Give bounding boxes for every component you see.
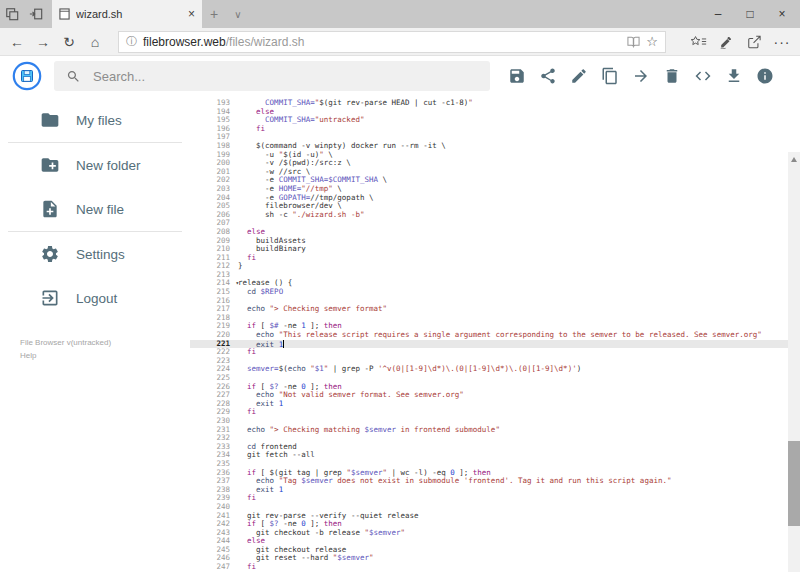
code-line[interactable]: 211 fi <box>190 254 800 263</box>
minimize-button[interactable]: – <box>702 0 734 28</box>
code-text: semver=$(echo "$1" | grep -P '^v(0|[1-9]… <box>232 365 581 374</box>
scrollbar-thumb[interactable] <box>788 441 800 526</box>
code-line[interactable]: 247 fi <box>190 563 800 572</box>
sidebar-item-label: Settings <box>76 247 125 262</box>
main-content: My files New folder New file Settings Lo… <box>0 96 800 572</box>
back-icon[interactable]: ← <box>4 30 30 54</box>
site-info-icon[interactable]: ⓘ <box>126 34 137 49</box>
code-editor[interactable]: 193 COMMIT_SHA="$(git rev-parse HEAD | c… <box>190 96 800 572</box>
fold-marker-icon[interactable]: ▾ <box>235 279 239 288</box>
code-text: fi <box>232 494 256 503</box>
code-text: fi <box>232 408 256 417</box>
tab-title: wizard.sh <box>76 8 182 20</box>
sidebar-item-my-files[interactable]: My files <box>0 98 190 142</box>
sidebar-item-label: My files <box>76 113 122 128</box>
set-tabs-aside-icon[interactable] <box>24 0 48 28</box>
code-button[interactable] <box>694 67 712 85</box>
info-button[interactable] <box>756 67 774 85</box>
move-button[interactable] <box>632 67 650 85</box>
sidebar-item-new-file[interactable]: New file <box>0 187 190 231</box>
reading-view-icon[interactable] <box>627 35 640 48</box>
code-line[interactable]: 212} <box>190 262 800 271</box>
page-icon <box>59 8 70 20</box>
file-toolbar <box>508 67 774 85</box>
maximize-button[interactable]: □ <box>734 0 766 28</box>
address-bar[interactable]: ⓘ filebrowser.web/files/wizard.sh ☆ <box>118 31 666 53</box>
code-text: fi <box>232 125 265 134</box>
help-link[interactable]: Help <box>20 349 111 362</box>
url-path: /files/wizard.sh <box>226 35 305 49</box>
nav-right-icons: ··· <box>684 30 796 54</box>
code-line[interactable]: 243 git checkout -b release "$semver" <box>190 529 800 538</box>
window-controls: – □ × <box>702 0 798 28</box>
code-text: echo "Tag $semver does not exist in subm… <box>232 477 671 486</box>
browser-tab-bar: wizard.sh × + ∨ – □ × <box>0 0 800 28</box>
edit-button[interactable] <box>570 67 588 85</box>
code-line[interactable]: 246 git reset --hard "$semver" <box>190 554 800 563</box>
sidebar-item-new-folder[interactable]: New folder <box>0 143 190 187</box>
favorite-star-icon[interactable]: ☆ <box>646 34 658 49</box>
code-line[interactable]: 195 COMMIT_SHA="untracked" <box>190 116 800 125</box>
sidebar: My files New folder New file Settings Lo… <box>0 96 190 572</box>
browser-tab[interactable]: wizard.sh × <box>52 0 202 28</box>
page-scrollbar[interactable] <box>788 152 800 572</box>
web-note-pen-icon[interactable] <box>712 30 740 54</box>
file-plus-icon <box>40 199 60 219</box>
code-line[interactable]: 207 <box>190 219 800 228</box>
save-button[interactable] <box>508 67 526 85</box>
code-line[interactable]: 193 COMMIT_SHA="$(git rev-parse HEAD | c… <box>190 99 800 108</box>
url-text: filebrowser.web/files/wizard.sh <box>143 35 304 49</box>
code-text: fi <box>232 348 256 357</box>
share-button[interactable] <box>539 67 557 85</box>
code-text: } <box>232 262 243 271</box>
code-text: echo "> Checking matching $semver in fro… <box>232 426 500 435</box>
code-line[interactable]: 221 exit 1 <box>190 340 800 349</box>
tab-preview-icon[interactable] <box>0 0 24 28</box>
filebrowser-header <box>0 56 800 96</box>
code-line[interactable]: 222 fi <box>190 348 800 357</box>
code-line[interactable]: 229 fi <box>190 408 800 417</box>
tab-close-icon[interactable]: × <box>188 7 195 21</box>
copy-button[interactable] <box>601 67 619 85</box>
code-line[interactable]: 206 sh -c "./wizard.sh -b" <box>190 211 800 220</box>
code-line[interactable]: 220 echo "This release script requires a… <box>190 331 800 340</box>
code-text: echo "> Checking semver format" <box>232 305 387 314</box>
search-input[interactable] <box>91 68 478 85</box>
sidebar-item-settings[interactable]: Settings <box>0 232 190 276</box>
code-line[interactable]: 231 echo "> Checking matching $semver in… <box>190 426 800 435</box>
code-line[interactable]: 224 semver=$(echo "$1" | grep -P '^v(0|[… <box>190 365 800 374</box>
code-line[interactable]: 210 buildBinary <box>190 245 800 254</box>
code-line[interactable]: 215 cd $REPO <box>190 288 800 297</box>
code-line[interactable]: 228 exit 1 <box>190 400 800 409</box>
line-number: 247 <box>190 563 232 572</box>
code-line[interactable]: 238 exit 1 <box>190 486 800 495</box>
filebrowser-logo[interactable] <box>12 61 42 91</box>
forward-icon[interactable]: → <box>30 30 56 54</box>
code-text: cd $REPO <box>232 288 283 297</box>
delete-button[interactable] <box>663 67 681 85</box>
code-line[interactable]: 217 echo "> Checking semver format" <box>190 305 800 314</box>
sidebar-item-label: Logout <box>76 291 117 306</box>
share-page-icon[interactable] <box>740 30 768 54</box>
download-button[interactable] <box>725 67 743 85</box>
code-line[interactable]: 234 git fetch --all <box>190 451 800 460</box>
home-icon[interactable]: ⌂ <box>82 30 108 54</box>
code-text: git fetch --all <box>232 451 315 460</box>
hub-favorites-icon[interactable] <box>684 30 712 54</box>
scroll-up-arrow-icon[interactable] <box>788 152 800 166</box>
refresh-icon[interactable]: ↻ <box>56 30 82 54</box>
tab-list-chevron-icon[interactable]: ∨ <box>226 0 250 28</box>
sidebar-item-logout[interactable]: Logout <box>0 276 190 320</box>
new-tab-button[interactable]: + <box>202 0 226 28</box>
browser-window: wizard.sh × + ∨ – □ × ← → ↻ ⌂ ⓘ filebrow… <box>0 0 800 572</box>
search-box[interactable] <box>54 61 490 91</box>
logout-icon <box>40 288 60 308</box>
version-text: File Browser v(untracked) <box>20 336 111 349</box>
folder-plus-icon <box>40 155 60 175</box>
code-text: echo "This release script requires a sin… <box>232 331 762 340</box>
close-button[interactable]: × <box>766 0 798 28</box>
code-line[interactable]: 239 fi <box>190 494 800 503</box>
code-line[interactable]: 196 fi <box>190 125 800 134</box>
more-menu-icon[interactable]: ··· <box>768 30 796 54</box>
gear-icon <box>40 244 60 264</box>
